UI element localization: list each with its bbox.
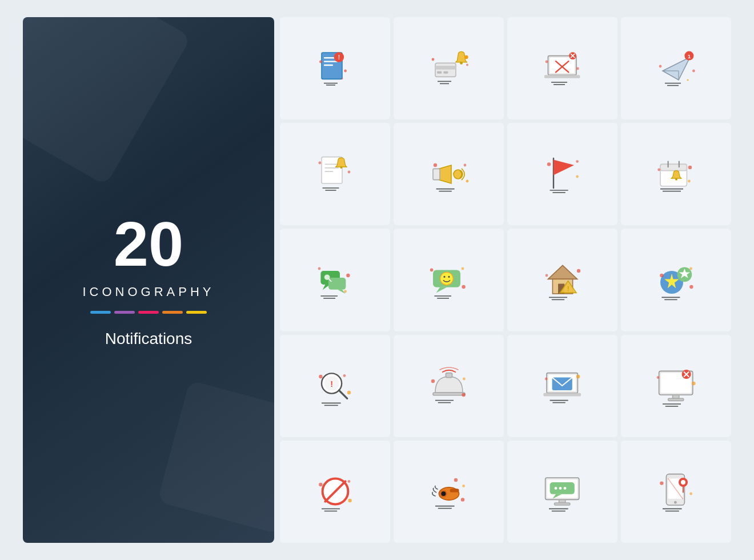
color-bars — [90, 311, 207, 314]
svg-point-47 — [340, 166, 342, 169]
left-panel: 20 ICONOGRAPHY Notifications — [23, 17, 274, 543]
svg-rect-13 — [437, 71, 442, 73]
svg-rect-22 — [550, 57, 574, 73]
svg-point-104 — [576, 269, 580, 273]
svg-point-147 — [656, 376, 659, 379]
svg-point-94 — [461, 267, 464, 270]
svg-point-173 — [563, 487, 566, 490]
svg-rect-53 — [433, 169, 440, 179]
svg-point-182 — [681, 480, 685, 485]
icon-bell-card — [394, 17, 504, 119]
svg-point-57 — [466, 179, 468, 182]
svg-rect-126 — [446, 373, 452, 378]
icon-count: 20 — [114, 213, 183, 275]
icon-chat-search — [280, 229, 390, 331]
category-title: Notifications — [105, 330, 192, 348]
icon-chat-emoji — [394, 229, 504, 331]
svg-point-71 — [675, 178, 677, 181]
svg-rect-125 — [433, 393, 465, 395]
svg-point-92 — [448, 276, 450, 278]
bar-yellow — [186, 311, 207, 314]
svg-point-129 — [462, 393, 465, 397]
svg-point-64 — [576, 175, 579, 178]
svg-point-9 — [344, 69, 347, 72]
svg-rect-11 — [435, 63, 456, 77]
svg-point-121 — [343, 374, 346, 377]
svg-point-90 — [440, 272, 452, 285]
icon-megaphone — [394, 123, 504, 225]
svg-point-10 — [341, 78, 343, 79]
svg-point-95 — [462, 285, 465, 289]
svg-marker-33 — [663, 57, 690, 80]
svg-point-39 — [692, 69, 695, 72]
svg-text:!: ! — [330, 379, 333, 389]
icon-paper-plane: 1 — [621, 17, 731, 119]
svg-point-75 — [688, 166, 691, 169]
svg-point-91 — [443, 276, 445, 278]
svg-line-118 — [339, 390, 347, 398]
svg-rect-135 — [543, 393, 581, 397]
svg-rect-3 — [324, 64, 333, 65]
svg-point-172 — [559, 487, 562, 490]
svg-text:!: ! — [338, 54, 339, 61]
svg-point-113 — [689, 285, 693, 289]
svg-point-49 — [347, 170, 350, 173]
svg-point-17 — [464, 55, 468, 58]
svg-point-120 — [319, 375, 322, 378]
svg-point-103 — [545, 274, 548, 277]
bar-pink — [138, 311, 159, 314]
bar-purple — [114, 311, 135, 314]
svg-rect-79 — [328, 278, 346, 290]
svg-marker-52 — [439, 165, 451, 183]
svg-point-30 — [576, 67, 579, 70]
svg-rect-145 — [672, 395, 679, 398]
svg-point-40 — [687, 79, 688, 81]
svg-point-84 — [346, 274, 350, 277]
svg-point-76 — [688, 179, 691, 182]
svg-rect-12 — [435, 66, 456, 69]
svg-point-128 — [463, 378, 466, 381]
svg-rect-175 — [554, 503, 569, 505]
svg-rect-25 — [544, 75, 580, 78]
icon-bell-ring — [394, 335, 504, 437]
icon-document-alert: ! — [280, 17, 390, 119]
icon-whistle — [394, 441, 504, 543]
svg-rect-14 — [443, 71, 448, 73]
svg-point-29 — [545, 60, 548, 63]
svg-point-154 — [347, 480, 350, 483]
svg-point-163 — [462, 485, 465, 487]
icon-search-alert: ! — [280, 335, 390, 437]
svg-point-162 — [454, 478, 457, 482]
svg-point-62 — [547, 162, 550, 166]
svg-rect-169 — [550, 482, 574, 494]
svg-point-48 — [318, 161, 321, 164]
svg-point-56 — [463, 163, 466, 166]
svg-point-16 — [431, 58, 434, 61]
svg-text:!: ! — [567, 285, 569, 292]
svg-point-164 — [460, 498, 464, 502]
icons-grid: ! — [280, 17, 731, 543]
svg-point-155 — [348, 499, 351, 502]
svg-point-74 — [657, 168, 660, 171]
svg-point-186 — [689, 493, 692, 495]
icon-no-sign — [280, 441, 390, 543]
svg-point-153 — [319, 483, 322, 486]
icon-phone-pin — [621, 441, 731, 543]
bar-blue — [90, 311, 111, 314]
svg-marker-61 — [554, 159, 574, 175]
svg-marker-89 — [436, 287, 446, 293]
svg-rect-68 — [660, 164, 687, 170]
icon-monitor-error — [621, 335, 731, 437]
main-container: 20 ICONOGRAPHY Notifications ! — [23, 17, 731, 543]
icon-flag — [507, 123, 617, 225]
svg-point-137 — [576, 375, 580, 378]
svg-rect-146 — [668, 399, 683, 401]
svg-point-180 — [674, 501, 677, 504]
svg-point-38 — [659, 65, 661, 67]
icon-house-warning: ! — [507, 229, 617, 331]
icon-email-laptop — [507, 335, 617, 437]
svg-point-161 — [441, 491, 446, 496]
icon-laptop-error — [507, 17, 617, 119]
svg-point-112 — [689, 267, 692, 270]
bar-orange — [162, 311, 183, 314]
